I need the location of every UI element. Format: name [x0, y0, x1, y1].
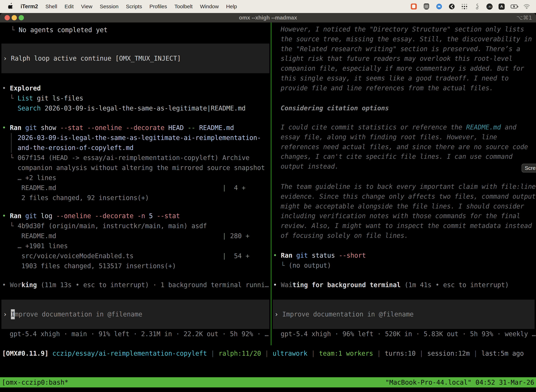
apple-logo-icon[interactable] — [8, 3, 14, 10]
dark-circle-chevron-icon[interactable] — [448, 3, 455, 10]
menu-item-iterm2[interactable]: iTerm2 — [17, 3, 42, 10]
iterm2-window: omx --xhigh --madmax ⌥⌘1 └ No agents com… — [0, 13, 536, 392]
hook-icon[interactable] — [474, 3, 480, 10]
working-status-line: • Working (11m 13s • esc to interrupt) ·… — [2, 280, 269, 290]
menu-item-view[interactable]: View — [77, 4, 96, 9]
shield-grid-icon[interactable] — [423, 3, 430, 10]
tmux-host-clock-label: "MacBook-Pro-44.local" 04:52 31-Mar-26 — [385, 379, 534, 386]
window-shortcut-badge: ⌥⌘1 — [517, 14, 532, 21]
git-log-command-block: • Ran git log --oneline --decorate -n 5 … — [2, 211, 249, 271]
menu-item-profiles[interactable]: Profiles — [146, 4, 171, 9]
left-prompt-input[interactable]: › Improve documentation in @filename — [1, 300, 269, 329]
tmux-session-label: [omx-cczip0:bash* — [2, 379, 68, 386]
window-title-bar[interactable]: omx --xhigh --madmax ⌥⌘1 — [0, 13, 536, 23]
terminal-content: └ No agents completed yet › Ralph loop a… — [0, 23, 536, 377]
screen-tooltip: Scre — [522, 164, 536, 173]
close-button[interactable] — [5, 15, 10, 20]
screenshot-app-icon[interactable] — [411, 3, 417, 10]
menu-status-icons: ..61 A — [411, 3, 536, 10]
tmux-status-bar: [omx-cczip0:bash* "MacBook-Pro-44.local"… — [0, 377, 536, 387]
git-status-command-block: • Ran git status --short └ (no output) — [273, 250, 366, 271]
left-session-status-line: gpt-5.4 xhigh · main · 91% left · 2.31M … — [10, 329, 268, 339]
menu-item-scripts[interactable]: Scripts — [122, 4, 146, 9]
reasoning-heading: Considering citation options — [281, 103, 389, 113]
minimize-button[interactable] — [12, 15, 17, 20]
inject-banner[interactable]: › Ralph loop active continue [OMX_TMUX_I… — [1, 44, 269, 73]
menu-item-edit[interactable]: Edit — [61, 4, 77, 9]
macos-menu-bar: iTerm2 Shell Edit View Session Scripts P… — [0, 0, 536, 13]
zoom-button[interactable] — [19, 15, 24, 20]
blue-seal-icon[interactable] — [436, 3, 442, 10]
window-title: omx --xhigh --madmax — [239, 14, 297, 21]
keyboard-layout-icon[interactable]: A — [498, 4, 505, 10]
menu-left: iTerm2 Shell Edit View Session Scripts P… — [0, 3, 241, 10]
tree-connector-line — [11, 133, 11, 153]
menu-item-shell[interactable]: Shell — [42, 4, 61, 9]
dots-grid-icon[interactable] — [461, 3, 468, 10]
battery-icon[interactable] — [511, 3, 517, 10]
right-prompt-input[interactable]: › Improve documentation in @filename — [273, 300, 535, 329]
wifi-icon[interactable] — [523, 3, 530, 10]
menu-item-help[interactable]: Help — [222, 4, 241, 9]
count-badge-icon[interactable]: ..61 — [486, 4, 493, 10]
pane-divider[interactable] — [271, 23, 271, 345]
waiting-status-line: • Waiting for background terminal (1m 41… — [273, 280, 509, 290]
reasoning-paragraph-1: However, I noticed the "Directory Struct… — [281, 24, 532, 93]
tooltip-label: Scre — [525, 165, 536, 171]
reasoning-paragraph-2: I could cite commit statistics or refere… — [281, 122, 528, 171]
reasoning-paragraph-3: The team guideline is to back every impo… — [281, 182, 536, 241]
agents-status-line: └ No agents completed yet — [11, 25, 107, 35]
explored-block: • Explored └ List git ls-files Search 20… — [2, 83, 245, 113]
right-session-status-line: gpt-5.4 xhigh · 96% left · 520K in · 5.8… — [281, 329, 536, 339]
git-show-command-block: • Ran git show --stat --oneline --decora… — [2, 123, 265, 203]
menu-item-window[interactable]: Window — [196, 4, 222, 9]
menu-item-session[interactable]: Session — [96, 4, 122, 9]
omx-status-bar: [OMX#0.11.9] cczip/essay/ai-reimplementa… — [2, 348, 524, 359]
menu-item-toolbelt[interactable]: Toolbelt — [171, 4, 196, 9]
